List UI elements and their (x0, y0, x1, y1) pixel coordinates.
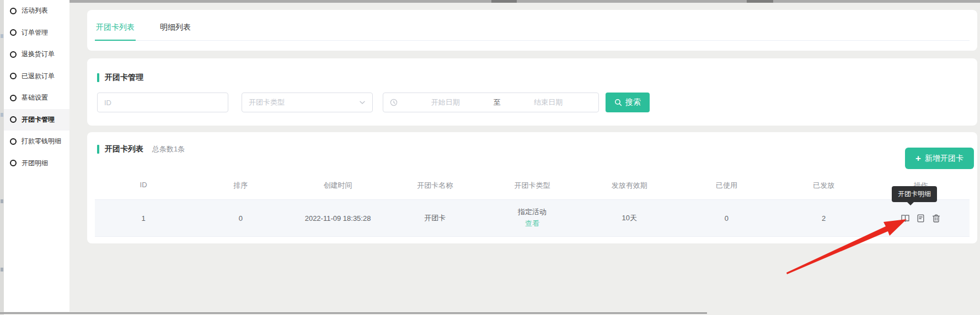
document-icon[interactable] (916, 214, 925, 223)
date-separator: 至 (494, 97, 501, 107)
sidebar-item-activity-list[interactable]: 活动列表 (4, 0, 69, 22)
top-edge-artifact (747, 0, 773, 3)
left-edge-artifact (1, 199, 3, 203)
filter-controls: 开团卡类型 开始日期 至 结束日期 搜索 (97, 93, 650, 112)
sidebar-item-label: 已退款订单 (22, 72, 55, 81)
card-type-select[interactable]: 开团卡类型 (242, 93, 373, 112)
tooltip-text: 开团卡明细 (898, 190, 931, 198)
bottom-edge-artifact (0, 312, 707, 314)
app-window: 活动列表 订单管理 退换货订单 已退款订单 基础设置 开团卡管理 打款零钱明细 … (0, 0, 980, 315)
radio-circle-icon (10, 51, 17, 58)
card-type-select-placeholder: 开团卡类型 (249, 97, 285, 107)
sidebar-item-basic-settings[interactable]: 基础设置 (4, 87, 69, 109)
sidebar-item-refunded-orders[interactable]: 已退款订单 (4, 66, 69, 88)
filter-section-title: 开团卡管理 (97, 73, 143, 83)
open-book-icon[interactable] (901, 214, 910, 223)
table-row: 1 0 2022-11-09 18:35:28 开团卡 指定活动 查看 10天 … (95, 199, 970, 237)
cell-type-text: 指定活动 (484, 207, 581, 218)
sidebar-item-label: 开团明细 (22, 159, 48, 168)
column-header-sort: 排序 (192, 181, 289, 191)
radio-circle-icon (10, 95, 17, 101)
left-edge-artifact (1, 113, 3, 117)
column-header-created: 创建时间 (289, 181, 386, 191)
cell-type: 指定活动 查看 (484, 207, 581, 230)
search-button-label: 搜索 (625, 97, 641, 107)
chevron-down-icon (359, 99, 366, 106)
radio-circle-icon (10, 73, 17, 79)
tooltip: 开团卡明细 (892, 186, 937, 202)
tab-card-list[interactable]: 开团卡列表 (95, 19, 136, 41)
column-header-name: 开团卡名称 (387, 181, 484, 191)
search-icon (614, 99, 622, 106)
cell-used: 0 (678, 214, 775, 222)
top-edge-artifact (69, 0, 980, 3)
cell-validity: 10天 (581, 213, 678, 223)
top-edge-artifact (491, 0, 517, 3)
column-header-validity: 发放有效期 (581, 181, 678, 191)
list-section-title-text: 开团卡列表 (105, 144, 143, 154)
start-date-placeholder: 开始日期 (402, 97, 489, 107)
tabs-card: 开团卡列表 明细列表 (87, 10, 977, 51)
add-card-button[interactable]: + 新增开团卡 (905, 148, 974, 169)
id-input[interactable] (97, 93, 228, 112)
radio-circle-icon (10, 29, 17, 36)
date-range-picker[interactable]: 开始日期 至 结束日期 (383, 93, 599, 112)
left-edge-artifact (0, 0, 4, 315)
sidebar-item-label: 打款零钱明细 (22, 137, 61, 146)
view-link[interactable]: 查看 (484, 218, 581, 230)
sidebar-item-label: 订单管理 (22, 28, 48, 37)
table-card: 开团卡列表 总条数1条 + 新增开团卡 ID 排序 创建时间 开团卡名称 开团卡… (87, 132, 977, 243)
tab-detail-list[interactable]: 明细列表 (159, 19, 192, 40)
add-card-button-label: 新增开团卡 (925, 154, 963, 164)
cell-issued: 2 (775, 214, 872, 222)
sidebar-item-card-management[interactable]: 开团卡管理 (4, 109, 69, 131)
end-date-placeholder: 结束日期 (505, 97, 592, 107)
column-header-id: ID (95, 181, 192, 191)
sidebar-item-label: 开团卡管理 (22, 115, 55, 124)
filter-section-title-text: 开团卡管理 (105, 73, 143, 83)
cell-id: 1 (95, 214, 192, 222)
sidebar-item-label: 基础设置 (22, 93, 48, 102)
left-edge-artifact (1, 34, 3, 38)
sidebar-item-payment-detail[interactable]: 打款零钱明细 (4, 131, 69, 153)
sidebar-item-order-management[interactable]: 订单管理 (4, 22, 69, 44)
plus-icon: + (915, 154, 921, 163)
cell-sort: 0 (192, 214, 289, 222)
total-count-label: 总条数1条 (152, 144, 185, 154)
sidebar-item-label: 退换货订单 (22, 50, 55, 59)
list-section-title: 开团卡列表 总条数1条 (97, 144, 185, 154)
column-header-type: 开团卡类型 (484, 181, 581, 191)
filter-card: 开团卡管理 开团卡类型 开始日期 至 结束日期 搜索 (87, 58, 977, 126)
sidebar-item-return-orders[interactable]: 退换货订单 (4, 44, 69, 66)
section-accent-bar (97, 73, 99, 82)
sidebar-item-label: 活动列表 (22, 6, 48, 15)
column-header-issued: 已发放 (775, 181, 872, 191)
cell-created: 2022-11-09 18:35:28 (289, 214, 386, 222)
trash-icon[interactable] (931, 214, 941, 223)
sidebar-item-group-detail[interactable]: 开团明细 (4, 153, 69, 175)
section-accent-bar (97, 145, 99, 154)
cell-actions (872, 214, 970, 223)
column-header-used: 已使用 (678, 181, 775, 191)
left-edge-artifact (1, 268, 3, 271)
clock-icon (390, 99, 398, 106)
search-button[interactable]: 搜索 (606, 93, 650, 112)
radio-circle-icon (10, 160, 17, 166)
sidebar: 活动列表 订单管理 退换货订单 已退款订单 基础设置 开团卡管理 打款零钱明细 … (4, 0, 69, 312)
table-header-row: ID 排序 创建时间 开团卡名称 开团卡类型 发放有效期 已使用 已发放 操作 (95, 181, 970, 191)
tab-bar: 开团卡列表 明细列表 (95, 19, 970, 41)
cell-name: 开团卡 (387, 213, 484, 223)
radio-circle-icon (10, 138, 17, 145)
radio-circle-icon (10, 116, 17, 123)
radio-circle-icon (10, 8, 17, 14)
